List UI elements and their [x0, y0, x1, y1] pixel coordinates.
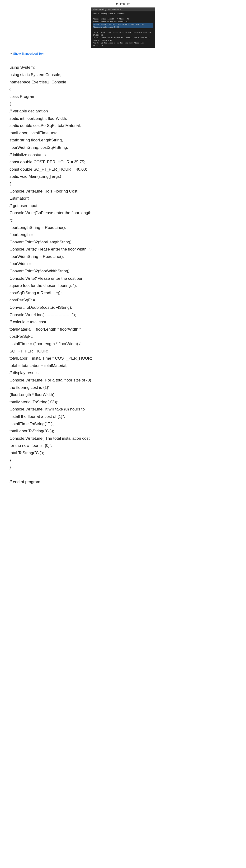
code-line-37: costPerSqFt;: [9, 333, 237, 340]
code-line-31: costSqFtString = ReadLine();: [9, 289, 237, 297]
code-line-49: installTime.ToString("F"),: [9, 421, 237, 428]
code-line-40: totalLabor = installTime * COST_PER_HOUR…: [9, 355, 237, 362]
code-line-6: // variable declaration: [9, 108, 237, 115]
terminal-line-5: [93, 28, 153, 31]
code-line-29: Console.Write("Please enter the cost per: [9, 275, 237, 282]
code-line-13: const double COST_PER_HOUR = 35.75;: [9, 158, 237, 166]
code-line-45: (floorLength * floorWidth),: [9, 391, 237, 399]
code-line-28: Convert.ToInt32(floorWidthString);: [9, 268, 237, 275]
terminal-window: Show Flooring Cost Estimator Show Floori…: [91, 7, 155, 48]
code-line-51: Console.WriteLine("The total installatio…: [9, 435, 237, 442]
code-line-53: total.ToString("C"));: [9, 450, 237, 457]
terminal-body: Show Flooring Cost Estimator Please ente…: [91, 11, 155, 48]
code-line-38: installTime = (floorLength * floorWidth)…: [9, 340, 237, 348]
code-line-20: Console.Write("\nPlease enter the floor …: [9, 209, 237, 217]
code-line-21: ");: [9, 217, 237, 224]
transcribed-icon: ↩: [9, 52, 12, 55]
code-line-35: // calculate total cost: [9, 318, 237, 326]
terminal-line-7: It will take 28.13 hours to install the …: [93, 36, 153, 41]
output-label: OUTPUT: [0, 2, 246, 6]
code-block: using System; using static System.Consol…: [9, 64, 237, 486]
code-line-4: class Program: [9, 93, 237, 100]
code-line-41: total = totalLabor + totalMaterial;: [9, 362, 237, 370]
code-line-50: totalLabor.ToString("C"));: [9, 428, 237, 435]
code-line-8: static double costPerSqFt, totalMaterial…: [9, 122, 237, 129]
code-line-0: using System;: [9, 64, 237, 71]
code-line-48: install the floor at a cost of {1}",: [9, 413, 237, 421]
show-transcribed-link[interactable]: Show Transcribed Text: [13, 52, 44, 55]
code-line-55: }: [9, 464, 237, 471]
code-line-9: totalLabor, installTime, total;: [9, 129, 237, 137]
terminal-line-6: For a total floor size of 1125 the floor…: [93, 31, 153, 36]
code-line-2: namespace Exercise1_Console: [9, 79, 237, 86]
code-line-17: Console.WriteLine("Jo's Flooring Cost: [9, 188, 237, 195]
code-line-34: Console.WriteLine("--------------------"…: [9, 311, 237, 319]
code-line-25: Console.Write("Please enter the floor wi…: [9, 246, 237, 253]
code-line-15: static void Main(string[] args): [9, 173, 237, 180]
code-line-44: the flooring cost is {1}",: [9, 384, 237, 392]
code-line-33: Convert.ToDouble(costSqFtString);: [9, 304, 237, 311]
code-line-43: Console.WriteLine("For a total floor siz…: [9, 377, 237, 384]
code-line-1: using static System.Console;: [9, 71, 237, 79]
code-line-27: floorWidth =: [9, 260, 237, 268]
code-line-22: floorLengthString = ReadLine();: [9, 224, 237, 231]
code-line-18: Estimator");: [9, 195, 237, 202]
code-line-23: floorLength =: [9, 231, 237, 239]
code-line-3: {: [9, 86, 237, 93]
code-line-11: floorWidthString, costSqFtString;: [9, 144, 237, 151]
code-line-14: const double SQ_FT_PER_HOUR = 40.00;: [9, 166, 237, 173]
code-line-30: square foot for the chosen flooring: ");: [9, 282, 237, 289]
code-line-12: // initialize constants: [9, 151, 237, 159]
terminal-line-3: Please enter width of floor: 25: [93, 21, 153, 23]
code-line-56: [9, 471, 237, 479]
code-line-10: static string floorLengthString,: [9, 137, 237, 144]
terminal-line-1: [93, 15, 153, 18]
code-line-39: SQ_FT_PER_HOUR;: [9, 348, 237, 355]
terminal-line-2: Please enter length of floor: 75: [93, 18, 153, 20]
code-line-52: for the new floor is: {0}",: [9, 442, 237, 450]
code-section: using System; using static System.Consol…: [0, 62, 246, 495]
terminal-title-text: Show Flooring Cost Estimator: [93, 8, 121, 11]
code-line-26: floorWidthString = ReadLine();: [9, 253, 237, 260]
code-line-7: static int floorLength, floorWidth;: [9, 115, 237, 122]
code-line-32: costPerSqFt =: [9, 297, 237, 304]
code-line-57: // end of program: [9, 478, 237, 486]
code-line-36: totalMaterial = floorLength * floorWidth…: [9, 326, 237, 333]
terminal-line-8: The total finished cost for the new floo…: [93, 41, 153, 47]
code-line-54: }: [9, 457, 237, 464]
code-line-19: // get user input: [9, 202, 237, 210]
terminal-titlebar: Show Flooring Cost Estimator: [91, 8, 155, 11]
code-line-47: Console.WriteLine("It will take {0} hour…: [9, 406, 237, 413]
output-section: OUTPUT Show Flooring Cost Estimator Show…: [0, 0, 246, 495]
code-line-46: totalMaterial.ToString("C"));: [9, 399, 237, 406]
code-line-5: {: [9, 100, 237, 108]
terminal-line-0: Show Flooring Cost Estimator: [93, 12, 153, 15]
code-line-16: {: [9, 180, 237, 188]
code-line-42: // display results: [9, 369, 237, 377]
show-transcribed-container: ↩ Show Transcribed Text: [0, 51, 246, 57]
terminal-line-4: Please enter the cost per square foot fo…: [93, 23, 153, 28]
code-line-24: Convert.ToInt32(floorLengthString);: [9, 239, 237, 246]
